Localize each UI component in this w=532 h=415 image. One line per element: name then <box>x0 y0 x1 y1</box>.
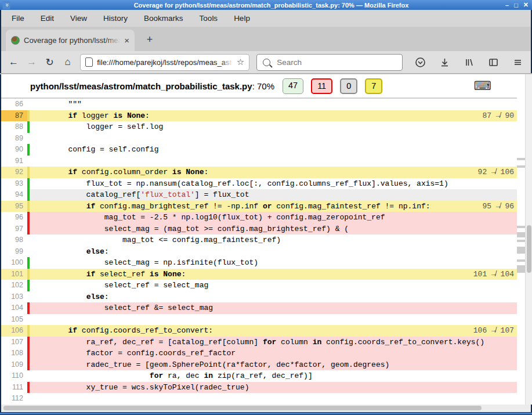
line-number-91[interactable]: 91 <box>1 156 27 167</box>
forward-button[interactable]: → <box>23 53 41 71</box>
vertical-scrollbar-thumb[interactable] <box>527 225 531 273</box>
line-number-90[interactable]: 90 <box>1 144 27 156</box>
search-icon <box>263 59 270 66</box>
minimize-button[interactable]: – <box>505 2 509 9</box>
line-number-98[interactable]: 98 <box>1 234 27 246</box>
line-number-105[interactable]: 105 <box>1 314 27 326</box>
source-line-111: 111 xy_true = wcs.skyToPixel(radec_true) <box>1 382 518 394</box>
line-number-109[interactable]: 109 <box>1 359 27 371</box>
keyboard-shortcuts-icon[interactable]: ⌨ <box>474 80 491 92</box>
menu-item-view[interactable]: View <box>62 14 95 23</box>
search-bar[interactable] <box>256 54 403 71</box>
page-info-icon[interactable] <box>85 57 93 67</box>
badge-lines-missing[interactable]: 11 <box>311 78 332 94</box>
line-number-93[interactable]: 93 <box>1 178 27 190</box>
line-number-87[interactable]: 87 <box>1 110 27 122</box>
line-text-101: if select_ref is None: <box>32 269 186 280</box>
file-path: python/lsst/meas/astrom/match_probabilis… <box>30 81 252 91</box>
badge-lines-excluded[interactable]: 0 <box>340 78 357 94</box>
url-bar[interactable]: file:///home/parejkoj/lsst/repos/meas_as… <box>80 54 249 71</box>
line-number-92[interactable]: 92 <box>1 167 27 178</box>
line-code-104: select_ref &= select_mag <box>27 302 518 314</box>
menu-item-tools[interactable]: Tools <box>191 14 226 23</box>
scroll-marker-mark-1 <box>517 165 525 168</box>
library-icon[interactable] <box>459 53 479 71</box>
source-line-98: 98 mag_tot <= config.mag_faintest_ref) <box>1 234 518 246</box>
source-line-107: 107 ra_ref, dec_ref = [catalog_ref[colum… <box>1 337 518 348</box>
new-tab-button[interactable]: + <box>143 33 157 46</box>
line-number-99[interactable]: 99 <box>1 246 27 258</box>
back-button[interactable]: ← <box>5 53 23 71</box>
tab-coverage[interactable]: Coverage for python/lsst/mea × <box>6 30 135 51</box>
menu-item-edit[interactable]: Edit <box>32 14 62 23</box>
menu-item-history[interactable]: History <box>95 14 136 23</box>
url-text[interactable]: file:///home/parejkoj/lsst/repos/meas_as… <box>97 58 233 67</box>
line-number-111[interactable]: 111 <box>1 382 27 394</box>
maximize-button[interactable]: □ <box>514 2 518 9</box>
source-line-106: 106 if config.coords_ref_to_convert:106 … <box>1 325 518 337</box>
source-code-listing: 86 """87 if logger is None:87 ↛ 9088 log… <box>1 99 518 405</box>
source-line-96: 96 mag_tot = -2.5 * np.log10(flux_tot) +… <box>1 212 518 223</box>
line-number-88[interactable]: 88 <box>1 121 27 133</box>
bookmark-star-icon[interactable]: ☆ <box>237 57 244 67</box>
line-code-99: else: <box>27 246 518 258</box>
close-button[interactable]: ✕ <box>523 1 529 9</box>
line-number-103[interactable]: 103 <box>1 291 27 303</box>
coverage-badges: 471107 <box>283 78 382 94</box>
line-code-105 <box>27 314 518 326</box>
line-number-104[interactable]: 104 <box>1 302 27 314</box>
scroll-marker-mark-0 <box>517 158 525 160</box>
title-bar[interactable]: » Coverage for python/lsst/meas/astrom/m… <box>0 0 532 10</box>
line-text-88: logger = self.log <box>32 121 163 133</box>
horizontal-scrollbar-thumb[interactable] <box>3 406 482 410</box>
coverage-report-page: python/lsst/meas/astrom/match_probabilis… <box>1 74 525 405</box>
menu-item-file[interactable]: File <box>3 14 32 23</box>
source-line-92: 92 if config.column_order is None:92 ↛ 1… <box>1 167 518 178</box>
line-text-87: if logger is None: <box>32 110 150 122</box>
line-number-95[interactable]: 95 <box>1 201 27 212</box>
line-text-98: mag_tot <= config.mag_faintest_ref) <box>32 234 281 246</box>
line-number-110[interactable]: 110 <box>1 370 27 382</box>
branch-annotation-87: 87 ↛ 90 <box>482 110 518 122</box>
pocket-icon[interactable] <box>411 53 430 71</box>
line-code-91 <box>27 156 518 167</box>
line-number-97[interactable]: 97 <box>1 223 27 235</box>
line-number-86[interactable]: 86 <box>1 99 27 110</box>
line-number-106[interactable]: 106 <box>1 325 27 337</box>
branch-annotation-106: 106 ↛ 107 <box>473 325 518 337</box>
line-number-107[interactable]: 107 <box>1 337 27 348</box>
line-text-86: """ <box>32 99 82 110</box>
line-number-100[interactable]: 100 <box>1 257 27 269</box>
line-number-94[interactable]: 94 <box>1 189 27 201</box>
line-number-108[interactable]: 108 <box>1 348 27 359</box>
line-code-107: ra_ref, dec_ref = [catalog_ref[column] f… <box>27 337 518 348</box>
line-number-102[interactable]: 102 <box>1 280 27 291</box>
menu-hamburger-icon[interactable] <box>508 53 527 71</box>
line-number-101[interactable]: 101 <box>1 269 27 280</box>
window-shade-icon[interactable]: » <box>3 1 10 9</box>
badge-branches-partial[interactable]: 7 <box>365 78 382 94</box>
line-number-112[interactable]: 112 <box>1 393 27 405</box>
horizontal-scrollbar[interactable] <box>1 405 531 412</box>
scroll-marker-mark-2 <box>517 226 525 228</box>
line-text-111: xy_true = wcs.skyToPixel(radec_true) <box>32 382 249 394</box>
line-number-96[interactable]: 96 <box>1 212 27 223</box>
line-number-89[interactable]: 89 <box>1 133 27 145</box>
coverage-percent: : 70% <box>252 81 274 91</box>
source-line-110: 110 for ra, dec in zip(ra_ref, dec_ref)] <box>1 370 518 382</box>
tab-close-icon[interactable]: × <box>124 35 129 45</box>
downloads-icon[interactable] <box>435 53 454 71</box>
vertical-scrollbar[interactable] <box>525 74 532 405</box>
window-title: Coverage for python/lsst/meas/astrom/mat… <box>10 2 532 9</box>
menu-item-bookmarks[interactable]: Bookmarks <box>136 14 191 23</box>
coverage-favicon <box>11 36 20 45</box>
search-input[interactable] <box>276 57 396 67</box>
branch-annotation-101: 101 ↛ 104 <box>473 269 518 280</box>
reload-button[interactable]: ↻ <box>41 53 59 71</box>
home-button[interactable]: ⌂ <box>59 53 77 71</box>
line-text-100: select_mag = np.isfinite(flux_tot) <box>32 257 258 269</box>
badge-lines-run[interactable]: 47 <box>283 78 303 94</box>
source-line-109: 109 radec_true = [geom.SpherePoint(ra*fa… <box>1 359 518 371</box>
sidebar-icon[interactable] <box>484 53 503 71</box>
menu-item-help[interactable]: Help <box>226 14 258 23</box>
